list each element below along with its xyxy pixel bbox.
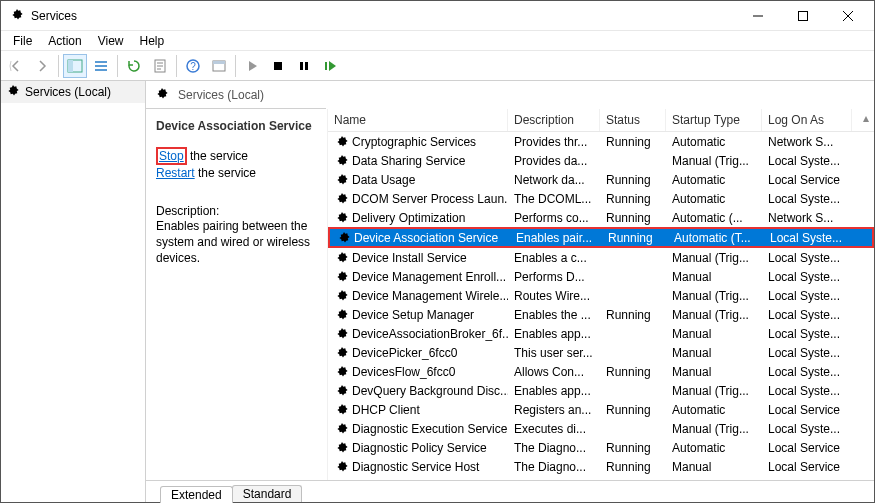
service-icon — [334, 441, 348, 454]
service-icon — [334, 308, 348, 321]
refresh-button[interactable] — [122, 54, 146, 78]
service-row[interactable]: Data Sharing ServiceProvides da...Manual… — [328, 151, 874, 170]
service-status — [600, 390, 666, 392]
service-row[interactable]: Diagnostic Service HostThe Diagno...Runn… — [328, 457, 874, 476]
service-status — [600, 352, 666, 354]
service-row[interactable]: Diagnostic Execution ServiceExecutes di.… — [328, 419, 874, 438]
service-name: Device Association Service — [354, 231, 498, 245]
scroll-up-icon[interactable]: ▴ — [857, 109, 874, 126]
restart-service-button[interactable] — [318, 54, 342, 78]
forward-button[interactable] — [30, 54, 54, 78]
service-icon — [334, 173, 348, 186]
services-window: Services File Action View Help ? — [0, 0, 875, 503]
tab-strip: Extended Standard — [146, 480, 874, 502]
service-icon — [334, 192, 348, 205]
service-row[interactable]: DeviceAssociationBroker_6f...Enables app… — [328, 324, 874, 343]
service-startup: Automatic — [666, 402, 762, 418]
col-description[interactable]: Description — [508, 109, 600, 131]
menu-view[interactable]: View — [90, 32, 132, 50]
service-startup: Manual (Trig... — [666, 421, 762, 437]
svg-rect-11 — [213, 61, 225, 64]
service-startup: Automatic — [666, 440, 762, 456]
export-list-button[interactable] — [148, 54, 172, 78]
service-name: DevQuery Background Disc... — [352, 384, 508, 398]
header-icon — [154, 87, 170, 103]
restart-service-link[interactable]: Restart — [156, 166, 195, 180]
service-row[interactable]: DCOM Server Process Laun...The DCOML...R… — [328, 189, 874, 208]
col-status[interactable]: Status — [600, 109, 666, 131]
window-title: Services — [31, 9, 77, 23]
service-icon — [334, 251, 348, 264]
menu-action[interactable]: Action — [40, 32, 89, 50]
tab-standard[interactable]: Standard — [232, 485, 303, 502]
service-desc: Enables app... — [508, 383, 600, 399]
service-name: Diagnostic Execution Service — [352, 422, 507, 436]
maximize-button[interactable] — [780, 2, 825, 30]
service-name: Cryptographic Services — [352, 135, 476, 149]
service-row[interactable]: Device Association ServiceEnables pair..… — [328, 227, 874, 248]
service-row[interactable]: Device Management Wirele...Routes Wire..… — [328, 286, 874, 305]
details-view-button[interactable] — [89, 54, 113, 78]
toolbar: ? — [1, 51, 874, 81]
right-pane-header: Services (Local) — [146, 81, 874, 109]
menu-help[interactable]: Help — [132, 32, 173, 50]
tab-extended[interactable]: Extended — [160, 486, 233, 503]
service-name: Device Install Service — [352, 251, 467, 265]
service-logon: Local Syste... — [764, 230, 854, 246]
service-startup: Manual — [666, 326, 762, 342]
service-status: Running — [600, 459, 666, 475]
service-row[interactable]: Device Install ServiceEnables a c...Manu… — [328, 248, 874, 267]
minimize-button[interactable] — [735, 2, 780, 30]
service-logon: Local Syste... — [762, 383, 852, 399]
service-status — [600, 295, 666, 297]
service-row[interactable]: Cryptographic ServicesProvides thr...Run… — [328, 132, 874, 151]
pause-service-button[interactable] — [292, 54, 316, 78]
col-logon[interactable]: Log On As — [762, 109, 852, 131]
col-name[interactable]: Name — [328, 109, 508, 131]
service-row[interactable]: Diagnostic Policy ServiceThe Diagno...Ru… — [328, 438, 874, 457]
service-logon: Local Service — [762, 440, 852, 456]
service-row[interactable]: Device Management Enroll...Performs D...… — [328, 267, 874, 286]
restart-suffix: the service — [195, 166, 256, 180]
stop-suffix: the service — [187, 149, 248, 163]
help-button[interactable]: ? — [181, 54, 205, 78]
service-startup: Manual (Trig... — [666, 153, 762, 169]
services-grid: Name Description Status Startup Type Log… — [328, 109, 874, 480]
menu-file[interactable]: File — [5, 32, 40, 50]
menu-bar: File Action View Help — [1, 31, 874, 51]
service-status: Running — [600, 307, 666, 323]
close-button[interactable] — [825, 2, 870, 30]
show-hide-tree-button[interactable] — [63, 54, 87, 78]
service-status — [600, 333, 666, 335]
service-startup: Automatic (... — [666, 210, 762, 226]
service-row[interactable]: DevicePicker_6fcc0This user ser...Manual… — [328, 343, 874, 362]
service-icon — [334, 365, 348, 378]
service-row[interactable]: Device Setup ManagerEnables the ...Runni… — [328, 305, 874, 324]
stop-service-link[interactable]: Stop — [156, 147, 187, 165]
col-startup[interactable]: Startup Type — [666, 109, 762, 131]
service-desc: Enables pair... — [510, 230, 602, 246]
service-status: Running — [600, 191, 666, 207]
service-row[interactable]: DevicesFlow_6fcc0Allows Con...RunningMan… — [328, 362, 874, 381]
service-icon — [334, 154, 348, 167]
service-logon: Local Syste... — [762, 191, 852, 207]
service-startup: Manual — [666, 269, 762, 285]
properties-button[interactable] — [207, 54, 231, 78]
tree-root-item[interactable]: Services (Local) — [1, 81, 145, 103]
service-logon: Local Syste... — [762, 307, 852, 323]
service-startup: Automatic — [666, 191, 762, 207]
service-icon — [334, 460, 348, 473]
service-row[interactable]: DevQuery Background Disc...Enables app..… — [328, 381, 874, 400]
service-status: Running — [600, 364, 666, 380]
service-row[interactable]: Data UsageNetwork da...RunningAutomaticL… — [328, 170, 874, 189]
svg-rect-6 — [95, 69, 107, 71]
service-name: DevicePicker_6fcc0 — [352, 346, 457, 360]
start-service-button[interactable] — [240, 54, 264, 78]
stop-service-button[interactable] — [266, 54, 290, 78]
back-button[interactable] — [4, 54, 28, 78]
service-icon — [334, 346, 348, 359]
service-row[interactable]: Delivery OptimizationPerforms co...Runni… — [328, 208, 874, 227]
service-status — [600, 276, 666, 278]
service-row[interactable]: DHCP ClientRegisters an...RunningAutomat… — [328, 400, 874, 419]
service-desc: The Diagno... — [508, 440, 600, 456]
